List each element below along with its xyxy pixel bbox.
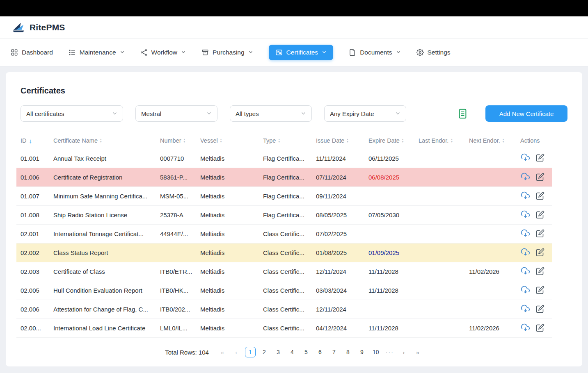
download-certificate-button[interactable] xyxy=(520,172,531,183)
download-certificate-button[interactable] xyxy=(520,247,531,259)
cell-actions xyxy=(516,225,552,243)
edit-icon xyxy=(536,153,545,162)
download-certificate-button[interactable] xyxy=(520,191,531,202)
pagination-page-10[interactable]: 10 xyxy=(371,347,381,357)
cell-last-endorsement xyxy=(414,168,465,187)
type-filter-select[interactable]: All types xyxy=(230,105,312,122)
cell-expire-date: 11/11/2028 xyxy=(364,319,414,338)
cell-expire-date: 06/08/2025 xyxy=(364,168,414,187)
cell-type: Class Certific... xyxy=(259,319,312,338)
chevron-down-icon xyxy=(301,110,306,117)
chevron-down-icon xyxy=(395,110,400,117)
pagination-page-4[interactable]: 4 xyxy=(287,347,297,357)
pagination-page-3[interactable]: 3 xyxy=(273,347,284,357)
column-header-type[interactable]: Type▴▾ xyxy=(259,133,312,149)
select-value: Any Expiry Date xyxy=(330,110,374,117)
edit-certificate-button[interactable] xyxy=(535,172,545,183)
table-row: 01.001Annual Tax Receipt0007710Meltiadis… xyxy=(16,149,552,168)
download-certificate-button[interactable] xyxy=(520,304,531,315)
edit-certificate-button[interactable] xyxy=(535,152,545,164)
cell-type: Class Certific... xyxy=(259,281,312,300)
table-row: 01.008Ship Radio Station License25378-AM… xyxy=(16,206,552,225)
chevron-down-icon xyxy=(120,49,125,56)
column-header-issue-date[interactable]: Issue Date▴▾ xyxy=(312,133,364,149)
download-certificate-button[interactable] xyxy=(520,266,531,277)
edit-icon xyxy=(536,191,545,200)
pagination-page-5[interactable]: 5 xyxy=(301,347,311,357)
cell-expire-date xyxy=(364,225,414,243)
cell-id: 02.002 xyxy=(16,243,49,262)
cell-last-endorsement xyxy=(414,206,465,225)
pagination-first-button[interactable]: « xyxy=(217,347,228,357)
pagination-page-2[interactable]: 2 xyxy=(259,347,270,357)
edit-certificate-button[interactable] xyxy=(535,285,545,296)
workflow-icon xyxy=(140,49,148,56)
nav-settings[interactable]: Settings xyxy=(416,49,451,56)
edit-certificate-button[interactable] xyxy=(535,209,545,221)
pagination-page-6[interactable]: 6 xyxy=(315,347,325,357)
nav-label: Settings xyxy=(428,49,451,56)
edit-icon xyxy=(536,267,545,275)
cell-issue-date: 08/05/2025 xyxy=(312,206,364,225)
nav-maintenance[interactable]: Maintenance xyxy=(69,49,125,56)
pagination-page-8[interactable]: 8 xyxy=(343,347,353,357)
download-certificate-button[interactable] xyxy=(520,228,531,240)
pagination-page-1[interactable]: 1 xyxy=(245,347,256,357)
download-certificate-button[interactable] xyxy=(520,209,531,221)
download-certificate-button[interactable] xyxy=(520,152,531,164)
column-header-id[interactable]: ID↓ xyxy=(16,133,49,149)
nav-label: Purchasing xyxy=(213,49,245,56)
cell-type: Class Certific... xyxy=(259,300,312,319)
edit-certificate-button[interactable] xyxy=(535,228,545,240)
download-certificate-button[interactable] xyxy=(520,323,531,334)
cell-vessel: Meltiadis xyxy=(196,149,259,168)
cloud-download-icon xyxy=(521,323,530,332)
column-header-last-endor[interactable]: Last Endor.▴▾ xyxy=(414,133,465,149)
pagination-page-9[interactable]: 9 xyxy=(357,347,367,357)
export-excel-button[interactable] xyxy=(457,108,468,119)
column-header-expire-date[interactable]: Expire Date▴▾ xyxy=(364,133,414,149)
cell-id: 02.006 xyxy=(16,300,49,319)
cell-id: 02.00... xyxy=(16,319,49,338)
column-header-next-endor[interactable]: Next Endor.▴▾ xyxy=(465,133,516,149)
nav-certificates[interactable]: Certificates xyxy=(269,45,334,60)
nav-dashboard[interactable]: Dashboard xyxy=(11,49,53,56)
edit-certificate-button[interactable] xyxy=(535,304,545,315)
cell-certificate-name: International Tonnage Certificat... xyxy=(49,225,156,243)
sort-carets-icon: ▴▾ xyxy=(402,138,404,143)
cell-number: 58361-P... xyxy=(156,168,196,187)
pagination-last-button[interactable]: » xyxy=(412,347,423,357)
pagination-next-button[interactable]: › xyxy=(398,347,409,357)
nav-purchasing[interactable]: Purchasing xyxy=(201,49,253,56)
cell-last-endorsement xyxy=(414,149,465,168)
vessel-filter-select[interactable]: Mestral xyxy=(135,105,217,122)
cell-last-endorsement xyxy=(414,281,465,300)
pagination-page-7[interactable]: 7 xyxy=(329,347,339,357)
column-header-number[interactable]: Number▴▾ xyxy=(156,133,196,149)
column-header-vessel[interactable]: Vessel▴▾ xyxy=(196,133,259,149)
cell-certificate-name: Hull Condition Evaluation Report xyxy=(49,281,156,300)
select-value: All types xyxy=(236,110,259,117)
cell-certificate-name: Ship Radio Station License xyxy=(49,206,156,225)
column-header-certificate-name[interactable]: Certificate Name▴▾ xyxy=(49,133,156,149)
add-new-certificate-button[interactable]: Add New Certificate xyxy=(485,105,567,122)
documents-icon xyxy=(349,49,356,56)
edit-certificate-button[interactable] xyxy=(535,266,545,277)
edit-certificate-button[interactable] xyxy=(535,247,545,259)
cell-issue-date: 11/11/2024 xyxy=(312,149,364,168)
cell-issue-date: 12/11/2024 xyxy=(312,262,364,281)
pagination-prev-button[interactable]: ‹ xyxy=(231,347,242,357)
nav-documents[interactable]: Documents xyxy=(349,49,400,56)
expiry-date-filter-select[interactable]: Any Expiry Date xyxy=(324,105,406,122)
certificates-filter-select[interactable]: All certificates xyxy=(21,105,123,122)
download-certificate-button[interactable] xyxy=(520,285,531,296)
cell-vessel: Meltiadis xyxy=(196,206,259,225)
cell-actions xyxy=(516,300,552,319)
cell-issue-date: 03/03/2024 xyxy=(312,281,364,300)
edit-certificate-button[interactable] xyxy=(535,323,545,334)
edit-certificate-button[interactable] xyxy=(535,191,545,202)
cell-number: LML0/IL... xyxy=(156,319,196,338)
nav-workflow[interactable]: Workflow xyxy=(140,49,186,56)
nav-label: Dashboard xyxy=(22,49,53,56)
chevron-down-icon xyxy=(206,110,212,117)
